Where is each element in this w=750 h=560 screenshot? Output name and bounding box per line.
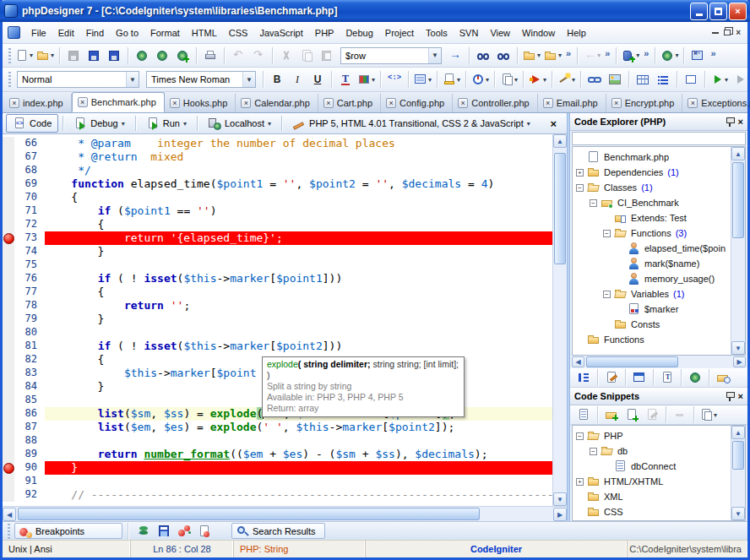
sedit-button[interactable] [643,406,661,423]
mdi-minimize-icon[interactable] [712,32,719,34]
div-button[interactable] [682,70,700,89]
rulerdoc-button[interactable]: ▾ [442,70,461,89]
code-line-89[interactable]: 89 return number_format(($em + $es) - ($… [3,448,552,461]
timer-button[interactable]: ▾ [470,70,490,89]
tree-item-functions[interactable]: −Functions(3) [573,226,731,241]
bbugs-button[interactable] [175,522,193,541]
editor-vertical-scrollbar[interactable]: ▲ ▼ [552,134,567,506]
chevron-down-icon[interactable]: ▼ [242,72,255,87]
search-combo[interactable]: $row ▼ [340,47,442,64]
menu-item-javascript[interactable]: JavaScript [253,24,308,41]
editor-close-icon[interactable]: × [543,117,563,130]
print-button[interactable] [201,46,220,65]
code-line-69[interactable]: 69 function elapsed_time($point1 = '', $… [3,177,552,191]
scrollbar-track[interactable] [553,148,567,492]
explorer-horizontal-scrollbar[interactable]: ◀ ▶ [572,356,746,368]
pubfold-button[interactable]: ▾ [543,46,562,65]
palette-button[interactable]: ▾ [356,70,376,89]
fontT-button[interactable] [336,70,355,89]
saveas-button[interactable] [84,46,103,65]
menu-item-php[interactable]: PHP [309,24,340,41]
pin-icon[interactable] [725,117,735,127]
tab-email-php[interactable]: ×Email.php [538,94,606,112]
winswitch-button[interactable] [688,46,707,65]
paste-button[interactable] [318,46,336,65]
code-line-76[interactable]: 76 if ( ! isset($this->marker[$point1])) [3,272,552,285]
search-results-button[interactable]: Search Results [231,523,325,539]
tags-button[interactable] [385,70,404,89]
findprev-button[interactable] [474,46,492,65]
code-line-80[interactable]: 80 [3,326,552,340]
scrollbar-track[interactable] [584,356,733,368]
toolbar-overflow-button[interactable]: » [566,46,571,58]
close-tab-icon[interactable]: × [78,97,88,107]
expand-icon[interactable]: + [576,478,584,486]
tree-item-elapsed-time-poin[interactable]: elapsed_time($poin [573,241,731,256]
tree-item-consts[interactable]: Consts [573,317,731,332]
scroll-up-icon[interactable]: ▲ [731,426,745,439]
tree-item-mark-name[interactable]: mark($name) [573,256,731,271]
bdb-button[interactable] [134,522,153,541]
findnext-button[interactable] [494,46,513,65]
bcalc-button[interactable] [155,522,173,541]
code-editor[interactable]: 66 * @param integer the number of decima… [3,134,567,506]
menu-item-tools[interactable]: Tools [420,24,454,41]
tab-config-php[interactable]: ×Config.php [381,94,453,112]
explorer-vertical-scrollbar[interactable]: ▲ ▼ [731,147,745,355]
scrollbar-thumb[interactable] [732,441,744,470]
close-icon[interactable]: × [738,391,743,401]
scopy-button[interactable]: ▾ [698,406,718,423]
code-line-70[interactable]: 70 { [3,191,552,204]
close-tab-icon[interactable]: × [458,98,468,108]
menu-item-html[interactable]: HTML [186,24,223,41]
menu-item-find[interactable]: Find [80,24,110,41]
menu-item-help[interactable]: Help [561,24,592,41]
collapse-icon[interactable]: − [603,230,611,237]
pub-button[interactable]: ▾ [522,46,541,65]
tree-item-php[interactable]: −PHP [573,428,731,443]
collapse-icon[interactable]: − [590,199,597,207]
collapse-icon[interactable]: − [576,184,584,192]
cut-button[interactable] [277,46,296,65]
bookadd-button[interactable]: ▾ [621,46,640,65]
form-button[interactable]: ▾ [413,70,432,89]
scrollbar-thumb[interactable] [732,162,744,238]
code-line-66[interactable]: 66 * @param integer the number of decima… [3,137,552,150]
chevron-down-icon[interactable]: ▼ [126,72,139,87]
italic-button[interactable]: I [288,70,307,89]
tree-item-extends-test[interactable]: Extends: Test [573,210,731,226]
bbugdoc-button[interactable] [195,522,214,541]
tree-item-marker[interactable]: $marker [573,302,731,317]
expand-icon[interactable]: + [576,169,584,177]
toolbar-overflow-button[interactable]: » [644,46,649,58]
chevron-down-icon[interactable]: ▼ [428,48,441,63]
tree-item-ci-benchmark[interactable]: −CI_Benchmark [573,195,731,210]
code-line-92[interactable]: 92 // ----------------------------------… [3,488,552,502]
font-combo[interactable]: Times New Roman ▼ [146,71,256,88]
xtree-button[interactable] [574,369,593,386]
code-line-72[interactable]: 72 { [3,218,552,231]
world-button[interactable]: ▾ [660,46,679,65]
code-button[interactable]: Code [6,114,58,133]
code-line-91[interactable]: 91 [3,475,552,488]
image-button[interactable] [606,70,624,89]
menu-item-debug[interactable]: Debug [340,24,378,41]
xworld-button[interactable] [686,369,704,386]
scroll-right-icon[interactable]: ▶ [553,508,567,521]
copy-button[interactable] [297,46,316,65]
scroll-right-icon[interactable]: ▶ [733,356,746,367]
tab-calendar-php[interactable]: ×Calendar.php [236,94,318,112]
breakpoints-button[interactable]: Breakpoints [14,523,122,539]
rungray-button[interactable] [731,70,749,89]
menu-item-window[interactable]: Window [516,24,561,41]
scrollbar-track[interactable] [731,160,745,341]
close-icon[interactable]: × [738,117,743,127]
localhost-button[interactable]: Localhost▾ [202,115,277,132]
tab-controller-php[interactable]: ×Controller.php [453,94,538,112]
pin-icon[interactable] [725,391,735,401]
goto-button[interactable] [446,46,465,65]
flame-button[interactable]: ▾ [528,70,547,89]
tree-item-html-xhtml[interactable]: +HTML/XHTML [573,474,731,489]
menu-item-view[interactable]: View [484,24,516,41]
code-line-75[interactable]: 75 [3,258,552,272]
